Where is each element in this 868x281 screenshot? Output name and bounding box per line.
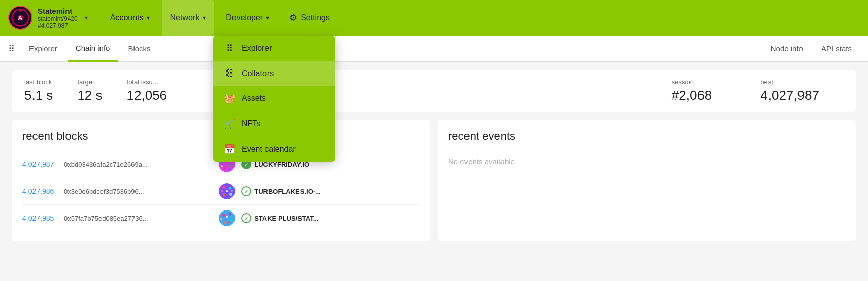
- block-number-2[interactable]: 4,027,986: [22, 187, 58, 195]
- check-icon-1: ✓: [241, 159, 251, 169]
- no-events-message: No events available: [448, 151, 846, 172]
- total-issuance-value: 12,056: [127, 88, 168, 103]
- block-hash-1: 0xbd93436afa2c71e2669a...: [64, 161, 213, 168]
- last-block-value: 5.1 s: [24, 88, 53, 103]
- best-label: best: [760, 78, 819, 86]
- sub-nav-explorer[interactable]: Explorer: [21, 36, 65, 62]
- svg-point-27: [226, 216, 228, 218]
- check-outline-icon-2: ✓: [241, 186, 251, 196]
- target-value: 12 s: [77, 88, 102, 103]
- block-number-3[interactable]: 4,027,985: [22, 214, 58, 222]
- total-issuance-label: total issu...: [127, 78, 168, 86]
- block-hash-3: 0x57fa7b75ed085ea27736...: [64, 215, 213, 222]
- recent-events-card: recent events No events available: [438, 120, 856, 241]
- content-grid: recent blocks 4,027,987 0xbd93436afa2c71…: [12, 120, 856, 241]
- stat-session: session #2,068: [672, 78, 712, 103]
- brand-info: Statemint statemint/9420 #4,027,987: [38, 7, 78, 29]
- grid-apps-icon[interactable]: ⠿: [8, 43, 15, 54]
- svg-point-26: [220, 218, 222, 220]
- block-hash-2: 0x3e0e6bdcef3d7536b96...: [64, 188, 213, 195]
- block-validator-name-1: LUCKYFRIDAY.IO: [254, 161, 309, 168]
- brand-name: Statemint: [38, 7, 78, 15]
- sub-nav-node-info[interactable]: Node info: [762, 36, 811, 62]
- nav-developer[interactable]: Developer ▾: [218, 0, 277, 36]
- stats-row: last block 5.1 s target 12 s total issu.…: [12, 70, 856, 112]
- session-value: #2,068: [672, 88, 712, 103]
- block-status-2: ✓ TURBOFLAKES.IO-...: [241, 186, 420, 196]
- top-nav: A Statemint statemint/9420 #4,027,987 ▾ …: [0, 0, 868, 36]
- svg-point-10: [221, 165, 223, 167]
- sub-nav-blocks[interactable]: Blocks: [120, 36, 158, 62]
- last-block-label: last block: [24, 78, 53, 86]
- developer-chevron-icon: ▾: [266, 14, 269, 21]
- sub-nav-chain-info[interactable]: Chain info: [68, 36, 118, 62]
- block-status-1: ✓ LUCKYFRIDAY.IO: [241, 159, 420, 169]
- stat-total-issuance: total issu... 12,056: [127, 78, 168, 103]
- block-avatar-2: [219, 183, 235, 199]
- accounts-chevron-icon: ▾: [147, 14, 150, 21]
- brand-avatar: A: [8, 6, 32, 30]
- svg-text:A: A: [18, 14, 22, 22]
- settings-gear-icon: ⚙: [289, 12, 297, 23]
- svg-point-19: [221, 190, 223, 192]
- main-content: last block 5.1 s target 12 s total issu.…: [0, 62, 868, 250]
- session-label: session: [672, 78, 712, 86]
- svg-point-3: [19, 9, 22, 12]
- block-status-3: ✓ STAKE PLUS/STAT...: [241, 213, 420, 223]
- table-row: 4,027,987 0xbd93436afa2c71e2669a... ✓ LU…: [22, 151, 420, 178]
- sub-nav-api-stats[interactable]: API stats: [813, 36, 860, 62]
- recent-blocks-title: recent blocks: [22, 130, 420, 143]
- best-value: 4,027,987: [760, 88, 819, 103]
- nav-settings[interactable]: ⚙ Settings: [281, 0, 338, 36]
- block-number-1[interactable]: 4,027,987: [22, 160, 58, 168]
- stat-best: best 4,027,987: [760, 78, 819, 103]
- check-outline-icon-3: ✓: [241, 213, 251, 223]
- brand-subtitle-block: #4,027,987: [38, 22, 78, 29]
- svg-point-25: [224, 222, 226, 224]
- sub-nav-right: Node info API stats: [762, 36, 860, 62]
- svg-point-22: [222, 214, 225, 217]
- stats-right: session #2,068 best 4,027,987: [672, 78, 844, 103]
- svg-point-8: [229, 164, 232, 167]
- svg-point-20: [231, 190, 233, 192]
- svg-point-9: [224, 167, 226, 170]
- svg-point-21: [219, 210, 235, 226]
- stat-target: target 12 s: [77, 78, 102, 103]
- accounts-label: Accounts: [110, 13, 144, 22]
- svg-point-23: [229, 213, 231, 216]
- block-avatar-1: [219, 156, 235, 172]
- nav-network[interactable]: Network ▾: [162, 0, 214, 36]
- recent-blocks-card: recent blocks 4,027,987 0xbd93436afa2c71…: [12, 120, 430, 241]
- brand-subtitle-network: statemint/9420: [38, 15, 78, 22]
- svg-point-24: [230, 219, 233, 222]
- block-avatar-3: [219, 210, 235, 226]
- svg-point-14: [222, 186, 225, 189]
- block-validator-name-3: STAKE PLUS/STAT...: [254, 215, 318, 222]
- network-chevron-icon: ▾: [203, 14, 206, 21]
- target-label: target: [77, 78, 102, 86]
- sub-nav: ⠿ Explorer Chain info Blocks Node info A…: [0, 36, 868, 62]
- recent-events-title: recent events: [448, 130, 846, 143]
- settings-label: Settings: [301, 13, 330, 22]
- table-row: 4,027,985 0x57fa7b75ed085ea27736... ✓ ST…: [22, 205, 420, 231]
- svg-point-7: [228, 159, 230, 162]
- nav-accounts[interactable]: Accounts ▾: [102, 0, 158, 36]
- stat-last-block: last block 5.1 s: [24, 78, 53, 103]
- svg-point-17: [223, 194, 225, 196]
- developer-label: Developer: [226, 13, 263, 22]
- brand-section[interactable]: A Statemint statemint/9420 #4,027,987 ▾: [8, 6, 88, 30]
- block-validator-name-2: TURBOFLAKES.IO-...: [254, 188, 321, 195]
- svg-point-18: [226, 190, 228, 192]
- svg-point-6: [221, 160, 224, 163]
- brand-chevron-icon: ▾: [85, 14, 88, 21]
- svg-point-15: [229, 187, 231, 190]
- svg-point-12: [229, 168, 231, 170]
- svg-point-11: [226, 162, 228, 164]
- network-label: Network: [170, 13, 200, 22]
- table-row: 4,027,986 0x3e0e6bdcef3d7536b96... ✓ TUR…: [22, 178, 420, 205]
- svg-point-28: [228, 221, 230, 223]
- svg-point-16: [229, 193, 232, 196]
